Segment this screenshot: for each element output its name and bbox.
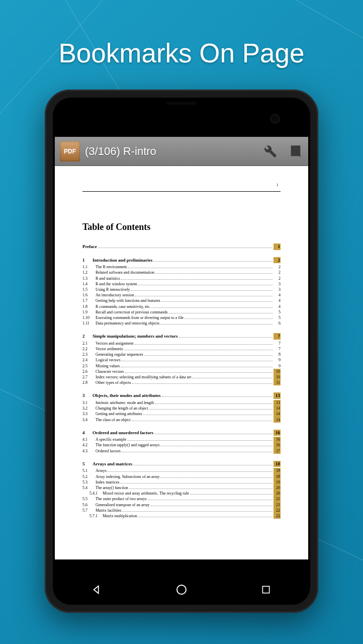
svg-rect-5 (262, 586, 269, 593)
bookmark-icon[interactable] (288, 144, 303, 159)
phone-camera (270, 114, 280, 124)
phone-frame: PDF (3/106) R-intro i Table of Contents (45, 90, 318, 613)
toc-entry[interactable]: 1.11 Data permanency and removing object… (82, 320, 281, 326)
toc-entry[interactable]: 1.1 The R environment 2 (82, 264, 281, 270)
toc-entry[interactable]: 3.2 Changing the length of an object 14 (82, 406, 281, 411)
toc-entry[interactable]: 1.2 Related software and documentation 2 (82, 270, 281, 275)
toc-entry[interactable]: 2.6 Character vectors 10 (82, 369, 281, 374)
toc-entry[interactable]: 1 Introduction and preliminaries 2 (82, 257, 281, 264)
toc-chapter: 5 Arrays and matrices 18 5.1 Arrays 18 5… (82, 461, 281, 519)
toc-chapter: 1 Introduction and preliminaries 2 1.1 T… (82, 257, 281, 327)
toc-entry[interactable]: 3.3 Getting and setting attributes 14 (82, 411, 281, 417)
toc-entry[interactable]: 5 Arrays and matrices 18 (82, 461, 281, 467)
phone-speaker (166, 102, 197, 105)
toc-entry[interactable]: 4.3 Ordered factors 17 (82, 448, 281, 454)
toc-entry[interactable]: 1.6 An introductory session 4 (82, 292, 281, 298)
recent-apps-button[interactable] (256, 580, 276, 600)
promo-headline: Bookmarks On Page (0, 38, 363, 68)
toc-entry[interactable]: 5.1 Arrays 18 (82, 468, 281, 473)
toc-entry[interactable]: 2 Simple manipulations; numbers and vect… (82, 333, 281, 340)
toc-entry[interactable]: 4.2 The function tapply() and ragged arr… (82, 442, 281, 448)
toc-chapter: 2 Simple manipulations; numbers and vect… (82, 333, 281, 385)
tools-icon[interactable] (263, 144, 278, 159)
toc-entry[interactable]: 1.5 Using R interactively 3 (82, 287, 281, 292)
app-screen: PDF (3/106) R-intro i Table of Contents (55, 137, 308, 559)
page-number-roman: i (277, 182, 278, 187)
toc-entry[interactable]: 2.8 Other types of objects 11 (82, 380, 281, 385)
android-nav-bar (55, 575, 308, 605)
toc-preface-label[interactable]: Preface (82, 244, 97, 250)
toc-entry[interactable]: 2.3 Generating regular sequences 8 (82, 352, 281, 357)
toc-entry[interactable]: 1.4 R and the window system 3 (82, 281, 281, 287)
toc-entry[interactable]: 4.1 A specific example 16 (82, 437, 281, 442)
toc-entry[interactable]: 2.4 Logical vectors 9 (82, 357, 281, 363)
toc-entry[interactable]: 2.1 Vectors and assignment 7 (82, 341, 281, 346)
app-bar: PDF (3/106) R-intro (55, 137, 308, 166)
toc-entry[interactable]: 4 Ordered and unordered factors 16 (82, 430, 281, 436)
toc-entry[interactable]: 1.7 Getting help with functions and feat… (82, 298, 281, 303)
toc-entry[interactable]: 1.8 R commands, case sensitivity, etc. 4 (82, 304, 281, 309)
toc-entry[interactable]: 3 Objects, their modes and attributes 13 (82, 392, 281, 399)
pdf-page[interactable]: i Table of Contents Preface 1 1 Introduc… (55, 166, 308, 536)
toc-entry[interactable]: 2.5 Missing values 9 (82, 363, 281, 369)
back-button[interactable] (87, 580, 107, 600)
toc-entry[interactable]: 5.4.1 Mixed vector and array arithmetic.… (82, 491, 281, 496)
toc-preface: Preface 1 (82, 244, 281, 250)
toc-entry[interactable]: 2.2 Vector arithmetic 7 (82, 346, 281, 352)
toc-entry[interactable]: 3.4 The class of an object 14 (82, 417, 281, 423)
toc-entry[interactable]: 5.7 Matrix facilities 22 (82, 508, 281, 513)
toc-entry[interactable]: 3.1 Intrinsic attributes: mode and lengt… (82, 400, 281, 406)
pdf-book-icon[interactable]: PDF (60, 141, 80, 162)
toc-entry[interactable]: 1.9 Recall and correction of previous co… (82, 309, 281, 315)
app-title: (3/106) R-intro (85, 145, 253, 158)
toc-entry[interactable]: 5.3 Index matrices 19 (82, 479, 281, 485)
toc-entry[interactable]: 5.7.1 Matrix multiplication 22 (82, 513, 281, 519)
toc-entry[interactable]: 5.6 Generalized transpose of an array 21 (82, 502, 281, 508)
toc-entry[interactable]: 1.10 Executing commands from or divertin… (82, 315, 281, 320)
toc-title: Table of Contents (82, 222, 281, 232)
toc-chapter: 3 Objects, their modes and attributes 13… (82, 392, 281, 422)
toc-entry[interactable]: 1.3 R and statistics 2 (82, 276, 281, 281)
toc-entry[interactable]: 2.7 Index vectors; selecting and modifyi… (82, 374, 281, 380)
toc-entry[interactable]: 5.5 The outer product of two arrays 21 (82, 496, 281, 502)
svg-point-4 (177, 585, 186, 594)
page-rule (82, 191, 281, 192)
toc-entry[interactable]: 5.4 The array() function 20 (82, 485, 281, 491)
home-button[interactable] (171, 580, 192, 600)
toc-entry[interactable]: 5.2 Array indexing. Subsections of an ar… (82, 474, 281, 479)
toc-preface-page[interactable]: 1 (274, 244, 281, 250)
toc-chapter: 4 Ordered and unordered factors 16 4.1 A… (82, 430, 281, 454)
